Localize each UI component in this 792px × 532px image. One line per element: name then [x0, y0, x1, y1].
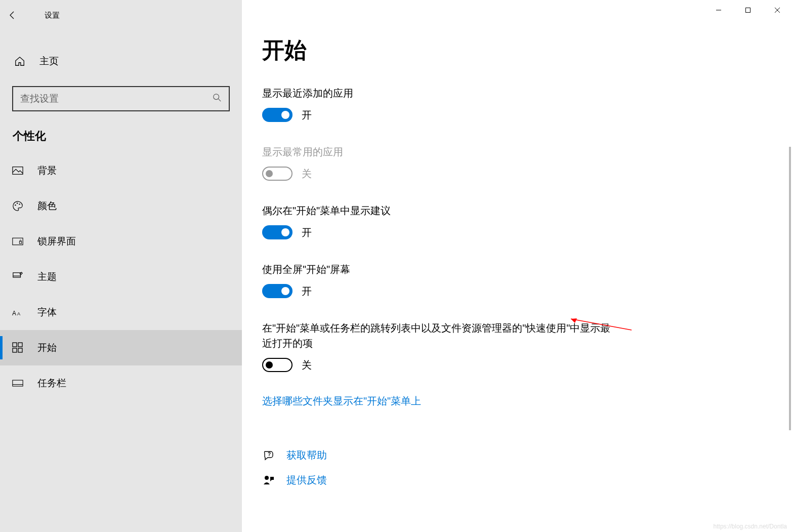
svg-point-3: [15, 204, 16, 206]
sidebar: 设置 主页 个性化 背景 颜色 锁屏界面 主题: [0, 0, 242, 532]
setting-label: 使用全屏"开始"屏幕: [262, 262, 616, 277]
setting-recent-items: 在"开始"菜单或任务栏的跳转列表中以及文件资源管理器的"快速使用"中显示最近打开…: [262, 320, 616, 372]
sidebar-item-colors[interactable]: 颜色: [0, 188, 242, 224]
sidebar-item-label: 背景: [37, 164, 57, 177]
svg-rect-13: [18, 343, 22, 347]
sidebar-item-label: 主题: [37, 270, 57, 283]
svg-text:?: ?: [268, 452, 271, 457]
sidebar-item-themes[interactable]: 主题: [0, 259, 242, 295]
toggle-recent-apps[interactable]: [262, 108, 293, 122]
svg-rect-12: [13, 343, 17, 347]
sidebar-item-label: 颜色: [37, 199, 57, 213]
get-help-row[interactable]: ? 获取帮助: [262, 448, 772, 462]
minimize-button[interactable]: [704, 0, 733, 20]
main-content: 开始 显示最近添加的应用 开 显示最常用的应用 关 偶尔在"开始"菜单中显示建议…: [242, 0, 792, 532]
brush-icon: [12, 271, 23, 282]
nav-home[interactable]: 主页: [0, 46, 242, 77]
titlebar: 设置: [0, 5, 242, 25]
setting-label: 偶尔在"开始"菜单中显示建议: [262, 203, 616, 218]
window-controls: [704, 0, 792, 20]
start-icon: [12, 342, 23, 353]
svg-rect-15: [18, 348, 22, 352]
search-icon: [213, 93, 222, 104]
setting-most-used: 显示最常用的应用 关: [262, 144, 616, 181]
svg-point-0: [214, 94, 219, 100]
sidebar-item-label: 任务栏: [37, 377, 66, 390]
palette-icon: [12, 200, 23, 212]
page-title: 开始: [262, 35, 772, 65]
sidebar-item-lockscreen[interactable]: 锁屏界面: [0, 224, 242, 259]
toggle-state-text: 关: [302, 358, 312, 372]
sidebar-item-fonts[interactable]: AA 字体: [0, 295, 242, 330]
back-button[interactable]: [0, 10, 25, 20]
close-button[interactable]: [763, 0, 792, 20]
toggle-state-text: 关: [302, 167, 312, 181]
folders-link[interactable]: 选择哪些文件夹显示在"开始"菜单上: [262, 394, 772, 408]
picture-icon: [12, 166, 23, 175]
get-help-label: 获取帮助: [286, 448, 327, 462]
setting-label: 显示最近添加的应用: [262, 86, 616, 101]
toggle-suggestions[interactable]: [262, 225, 293, 239]
svg-text:A: A: [12, 310, 16, 317]
watermark: https://blog.csdn.net/Dontla: [714, 523, 787, 530]
help-icon: ?: [262, 449, 275, 462]
help-section: ? 获取帮助 提供反馈: [262, 448, 772, 487]
toggle-state-text: 开: [302, 284, 312, 298]
svg-rect-16: [13, 380, 23, 386]
lockscreen-icon: [12, 237, 23, 246]
toggle-state-text: 开: [302, 226, 312, 239]
sidebar-item-start[interactable]: 开始: [0, 330, 242, 365]
sidebar-item-background[interactable]: 背景: [0, 153, 242, 188]
toggle-recent-items[interactable]: [262, 358, 293, 372]
scrollbar[interactable]: [789, 147, 791, 430]
home-icon: [14, 56, 25, 67]
setting-recent-apps: 显示最近添加的应用 开: [262, 86, 616, 122]
svg-rect-8: [13, 273, 21, 277]
svg-rect-23: [746, 8, 751, 13]
setting-fullscreen: 使用全屏"开始"屏幕 开: [262, 262, 616, 298]
window-title: 设置: [45, 11, 60, 20]
toggle-most-used: [262, 167, 293, 181]
search-box[interactable]: [12, 86, 230, 111]
svg-line-1: [219, 99, 221, 102]
font-icon: AA: [12, 308, 23, 317]
sidebar-item-label: 开始: [37, 341, 57, 354]
sidebar-item-taskbar[interactable]: 任务栏: [0, 365, 242, 401]
setting-suggestions: 偶尔在"开始"菜单中显示建议 开: [262, 203, 616, 239]
sidebar-item-label: 字体: [37, 306, 57, 319]
section-header: 个性化: [0, 124, 242, 153]
feedback-row[interactable]: 提供反馈: [262, 473, 772, 487]
svg-point-4: [17, 202, 18, 203]
svg-point-5: [19, 203, 20, 204]
toggle-fullscreen[interactable]: [262, 284, 293, 298]
setting-label: 在"开始"菜单或任务栏的跳转列表中以及文件资源管理器的"快速使用"中显示最近打开…: [262, 320, 616, 351]
maximize-button[interactable]: [733, 0, 763, 20]
feedback-label: 提供反馈: [286, 473, 327, 487]
setting-label: 显示最常用的应用: [262, 144, 616, 159]
svg-rect-7: [19, 241, 21, 243]
feedback-icon: [262, 474, 275, 486]
svg-point-19: [265, 476, 269, 480]
svg-text:A: A: [17, 311, 21, 316]
sidebar-item-label: 锁屏界面: [37, 235, 76, 248]
toggle-state-text: 开: [302, 108, 312, 122]
svg-rect-14: [13, 348, 17, 352]
search-input[interactable]: [20, 93, 213, 104]
nav-home-label: 主页: [39, 55, 59, 68]
taskbar-icon: [12, 379, 23, 387]
